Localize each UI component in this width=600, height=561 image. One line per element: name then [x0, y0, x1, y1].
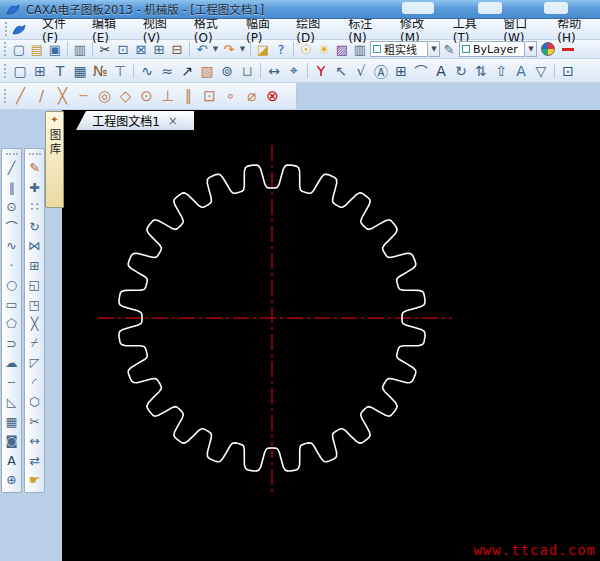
- linetype-combo[interactable]: 粗实线▼: [369, 41, 440, 57]
- hook-curve-icon[interactable]: ⊃: [3, 334, 21, 354]
- print-icon[interactable]: ▥: [71, 41, 89, 58]
- parallel-icon[interactable]: ∥: [3, 178, 21, 198]
- ole-insert-icon[interactable]: ◪: [254, 41, 272, 58]
- line-two-point-icon[interactable]: ╱: [10, 86, 31, 107]
- point-icon[interactable]: ∘: [220, 86, 241, 107]
- text-box-icon[interactable]: A: [511, 61, 531, 81]
- parallel-line-icon[interactable]: ∥: [178, 86, 199, 107]
- menu-grip[interactable]: [5, 22, 7, 36]
- axis-line-icon[interactable]: ╌: [3, 373, 21, 393]
- serial-number-icon[interactable]: №: [90, 61, 110, 81]
- arrow-style-icon[interactable]: ⇧: [491, 61, 511, 81]
- circle-center-icon[interactable]: ⊙: [136, 86, 157, 107]
- dim-coordinate-icon[interactable]: ⌖: [284, 61, 304, 81]
- layer-settings-icon[interactable]: ✎: [440, 41, 458, 58]
- weld-symbol-icon[interactable]: Y: [311, 61, 331, 81]
- snip-icon[interactable]: ✂: [26, 412, 44, 432]
- library-panel-tab[interactable]: ✦ 图库: [45, 111, 64, 208]
- toolbar-grip[interactable]: [4, 42, 6, 56]
- tab-close-icon[interactable]: ×: [168, 114, 178, 128]
- text-icon[interactable]: A: [3, 451, 21, 471]
- color-wheel-icon[interactable]: [541, 42, 555, 56]
- maximize-button[interactable]: [478, 2, 502, 14]
- copy-icon[interactable]: ⊡: [114, 41, 132, 58]
- arc-dim-icon[interactable]: ⌒: [411, 61, 431, 81]
- block-circle-icon[interactable]: ⊡: [199, 86, 220, 107]
- spline-icon[interactable]: ∿: [3, 236, 21, 256]
- explode-icon[interactable]: ⬡: [26, 392, 44, 412]
- dim-edit-icon[interactable]: ⇄: [26, 451, 44, 471]
- dropdown-icon[interactable]: ▼: [211, 45, 220, 53]
- open-file-icon[interactable]: ▤: [28, 41, 46, 58]
- new-file-icon[interactable]: ▢: [10, 41, 28, 58]
- ellipse-icon[interactable]: ○: [3, 275, 21, 295]
- datum-target-icon[interactable]: ▽: [531, 61, 551, 81]
- block-icon[interactable]: ◙: [3, 431, 21, 451]
- array-icon[interactable]: ⊞: [26, 256, 44, 276]
- leader-note-icon[interactable]: ↖: [331, 61, 351, 81]
- copy-icon[interactable]: ∷: [26, 197, 44, 217]
- pipe-delete-icon[interactable]: ⊗: [262, 86, 283, 107]
- help-icon[interactable]: ?: [272, 41, 290, 58]
- mirror-icon[interactable]: ⋈: [26, 236, 44, 256]
- layer-bulb-icon[interactable]: ☉: [297, 41, 315, 58]
- cut-icon[interactable]: ✂: [96, 41, 114, 58]
- surface-roughness-icon[interactable]: √: [351, 61, 371, 81]
- brightness-icon[interactable]: ☀: [315, 41, 333, 58]
- pencil-edit-icon[interactable]: ✎: [26, 158, 44, 178]
- break-icon[interactable]: ╳: [26, 314, 44, 334]
- dropdown-icon[interactable]: ▼: [238, 45, 247, 53]
- undo-icon[interactable]: ↶: [193, 41, 211, 58]
- toolbar-grip[interactable]: [6, 153, 18, 155]
- save-file-icon[interactable]: ▣: [46, 41, 64, 58]
- rectangle-icon[interactable]: ▭: [3, 295, 21, 315]
- polygon-icon[interactable]: ◇: [115, 86, 136, 107]
- bom-table-icon[interactable]: ⊤: [110, 61, 130, 81]
- drawing-canvas[interactable]: 工程图文档1 × www.ttcad.com: [62, 110, 600, 561]
- rotate-dim-icon[interactable]: ↻: [451, 61, 471, 81]
- hand-pick-icon[interactable]: ☛: [26, 470, 44, 490]
- vertical-text-icon[interactable]: ⇅: [471, 61, 491, 81]
- toolbar-grip[interactable]: [4, 64, 6, 78]
- stretch-icon[interactable]: ◱: [26, 275, 44, 295]
- minimize-button[interactable]: [402, 2, 434, 14]
- plot-icon[interactable]: ▥: [351, 41, 369, 58]
- tangent-line-icon[interactable]: ⌀: [241, 86, 262, 107]
- color-combo[interactable]: ByLayer▼: [458, 41, 537, 57]
- toolbar-grip[interactable]: [29, 153, 41, 155]
- layer-icon[interactable]: ▨: [333, 41, 351, 58]
- line-angle-icon[interactable]: ∕: [31, 86, 52, 107]
- library-icon[interactable]: ⊕: [3, 470, 21, 490]
- parameter-table-icon[interactable]: ▦: [70, 61, 90, 81]
- tolerance-frame-icon[interactable]: ⊞: [391, 61, 411, 81]
- trim-icon[interactable]: ⌿: [26, 334, 44, 354]
- scale-icon[interactable]: ◳: [26, 295, 44, 315]
- centerline-icon[interactable]: ┄: [73, 86, 94, 107]
- corner-icon[interactable]: ◸: [26, 353, 44, 373]
- combo-dropdown-icon[interactable]: ▼: [429, 41, 440, 57]
- text-style-icon[interactable]: A: [431, 61, 451, 81]
- copy-basepoint-icon[interactable]: ⊠: [132, 41, 150, 58]
- line-icon[interactable]: ╱: [3, 158, 21, 178]
- title-block-icon[interactable]: T: [50, 61, 70, 81]
- circle-icon[interactable]: ⊙: [3, 197, 21, 217]
- paste-icon[interactable]: ⊞: [150, 41, 168, 58]
- arc-icon[interactable]: ⌒: [3, 217, 21, 237]
- flange-icon[interactable]: ⊔: [237, 61, 257, 81]
- linewidth-icon[interactable]: [562, 48, 574, 51]
- dim-icon[interactable]: ↔: [26, 431, 44, 451]
- move-icon[interactable]: ✚: [26, 178, 44, 198]
- redo-icon[interactable]: ↷: [220, 41, 238, 58]
- rotate-icon[interactable]: ↻: [26, 217, 44, 237]
- toolbar-grip[interactable]: [4, 89, 6, 103]
- perpendicular-icon[interactable]: ⊥: [157, 86, 178, 107]
- point-icon[interactable]: ·: [3, 256, 21, 276]
- frame-settings-icon[interactable]: ⊞: [30, 61, 50, 81]
- document-tab[interactable]: 工程图文档1 ×: [76, 111, 194, 130]
- leader-arrow-icon[interactable]: ↗: [177, 61, 197, 81]
- cloud-line-icon[interactable]: ☁: [3, 353, 21, 373]
- hole-mark-icon[interactable]: ⊚: [217, 61, 237, 81]
- polygon-icon[interactable]: ⬠: [3, 314, 21, 334]
- paste-special-icon[interactable]: ⊟: [168, 41, 186, 58]
- datum-symbol-icon[interactable]: Ⓐ: [371, 61, 391, 81]
